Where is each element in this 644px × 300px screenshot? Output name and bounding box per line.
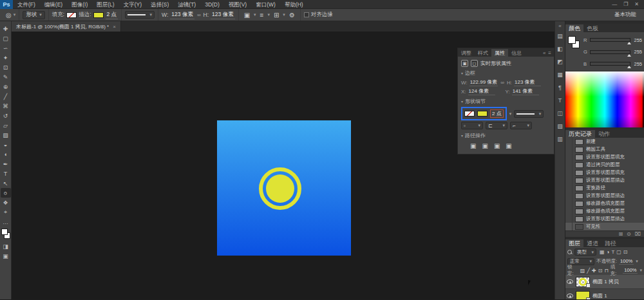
layer-filter-icon[interactable]: ◑ bbox=[607, 249, 610, 255]
shape-y-field[interactable]: 141 像素 bbox=[512, 88, 539, 95]
panel-tab[interactable]: 图层 bbox=[565, 239, 583, 247]
collapsed-panel-icon[interactable]: ▦ bbox=[556, 70, 565, 79]
tool-button[interactable]: ◨ bbox=[1, 241, 11, 251]
history-state-row[interactable]: 设置形状图层填充 bbox=[565, 153, 644, 161]
chevron-down-icon[interactable]: ▾ bbox=[461, 99, 463, 104]
stroke-swatch[interactable] bbox=[93, 12, 104, 18]
layer-filter-icon[interactable]: T bbox=[611, 249, 614, 255]
collapsed-panel-icon[interactable]: ▤ bbox=[556, 32, 565, 41]
history-source-column[interactable] bbox=[567, 192, 573, 200]
layer-fill-field[interactable]: 100% bbox=[623, 267, 638, 274]
layer-filter-select[interactable]: 类型 ▾ bbox=[574, 248, 596, 256]
layer-visibility-eye-icon[interactable] bbox=[567, 294, 573, 298]
link-dimensions-icon[interactable]: ∞ bbox=[500, 80, 505, 86]
foreground-background-swatches[interactable] bbox=[1, 229, 11, 240]
panel-tab[interactable]: 属性 bbox=[491, 49, 508, 57]
path-operations-icon[interactable]: ▣ bbox=[242, 12, 252, 19]
stroke-width-field[interactable]: 2 点 bbox=[106, 11, 118, 19]
menu-item[interactable]: 图像(I) bbox=[67, 0, 92, 9]
shape-width-field[interactable]: 122.99 像素 bbox=[469, 79, 498, 86]
layer-thumbnail[interactable] bbox=[576, 291, 590, 300]
panel-tab[interactable]: 路径 bbox=[601, 239, 620, 247]
layer-filter-icon[interactable]: ▢ bbox=[616, 249, 621, 255]
slider-thumb-icon[interactable] bbox=[627, 42, 631, 44]
panel-tab[interactable]: 动作 bbox=[595, 130, 613, 138]
shape-x-field[interactable]: 124 像素 bbox=[468, 88, 495, 95]
history-state-row[interactable]: 变换路径 bbox=[565, 184, 644, 192]
history-state-row[interactable]: 椭圆工具 bbox=[565, 145, 644, 153]
menu-item[interactable]: 滤镜(T) bbox=[173, 0, 200, 9]
path-operation-icon[interactable]: ▣ bbox=[494, 142, 500, 149]
tool-button[interactable]: ○ bbox=[1, 188, 11, 198]
tool-button[interactable]: ⊡ bbox=[1, 62, 11, 72]
collapsed-panel-icon[interactable]: ¶ bbox=[556, 83, 565, 92]
layer-row[interactable]: 椭圆 1 bbox=[565, 289, 644, 299]
menu-item[interactable]: 图层(L) bbox=[92, 0, 118, 9]
tool-button[interactable]: ▱ bbox=[1, 120, 11, 130]
lock-icon[interactable]: ⊡ bbox=[598, 268, 603, 274]
channel-value[interactable]: 255 bbox=[632, 49, 642, 55]
stroke-type-select[interactable]: ▾ bbox=[125, 11, 155, 19]
history-source-column[interactable] bbox=[567, 169, 573, 176]
color-slider-track[interactable] bbox=[590, 62, 630, 66]
tool-button[interactable]: ✚ bbox=[1, 24, 11, 33]
path-operation-icon[interactable]: ▣ bbox=[470, 142, 476, 149]
tool-button[interactable]: ▨ bbox=[1, 130, 11, 140]
width-field[interactable]: 123 像素 bbox=[170, 11, 194, 19]
document-close-icon[interactable]: × bbox=[113, 24, 116, 30]
menu-item[interactable]: 文件(F) bbox=[13, 0, 40, 9]
path-alignment-icon[interactable]: ≡ bbox=[258, 12, 266, 19]
history-footer-icon[interactable]: ⌧ bbox=[635, 231, 641, 237]
collapsed-panel-icon[interactable]: ◩ bbox=[556, 57, 565, 66]
link-dimensions-icon[interactable]: ∞ bbox=[196, 12, 202, 18]
collapsed-panel-icon[interactable]: ◧ bbox=[556, 44, 565, 53]
lock-icon[interactable]: ╱ bbox=[587, 268, 590, 274]
history-state-row[interactable]: 新建 bbox=[565, 138, 644, 145]
restore-button[interactable]: ❐ bbox=[623, 1, 628, 7]
color-slider-track[interactable] bbox=[590, 50, 630, 54]
expand-panels-icon[interactable]: « bbox=[558, 23, 561, 29]
gear-icon[interactable]: ⚙ bbox=[287, 12, 297, 19]
collapsed-panel-icon[interactable]: T bbox=[556, 96, 565, 105]
tool-button[interactable]: ⌘ bbox=[1, 101, 11, 111]
height-field[interactable]: 123 像素 bbox=[211, 11, 235, 19]
history-state-row[interactable]: 设置形状图层描边 bbox=[565, 176, 644, 184]
history-footer-icon[interactable]: ⊞ bbox=[618, 231, 623, 237]
panel-tab[interactable]: 色板 bbox=[583, 24, 601, 32]
tool-button[interactable]: ✒ bbox=[1, 159, 11, 169]
menu-item[interactable]: 视图(V) bbox=[224, 0, 251, 9]
tool-button[interactable]: ◒ bbox=[1, 140, 11, 149]
history-state-row[interactable]: 设置形状图层描边 bbox=[565, 192, 644, 200]
collapse-panel-icon[interactable]: « bbox=[543, 50, 545, 56]
tool-button[interactable]: ⊕ bbox=[1, 82, 11, 91]
history-state-row[interactable]: 修改颜色填充图层 bbox=[565, 200, 644, 207]
layer-name[interactable]: 椭圆 1 bbox=[592, 292, 607, 299]
shape-height-field[interactable]: 123 像素 bbox=[514, 79, 541, 86]
lock-icon[interactable]: ⊓ bbox=[604, 268, 608, 274]
collapsed-panel-icon[interactable]: ▥ bbox=[556, 135, 565, 144]
history-state-row[interactable]: 设置形状图层描边 bbox=[565, 215, 644, 223]
tool-button[interactable]: ◖ bbox=[1, 149, 11, 159]
history-source-column[interactable] bbox=[567, 184, 573, 192]
history-state-row[interactable]: 修改颜色填充图层 bbox=[565, 207, 644, 215]
history-source-column[interactable] bbox=[567, 207, 573, 215]
tool-button[interactable]: ∽ bbox=[1, 43, 11, 53]
panel-menu-icon[interactable]: ≡ bbox=[548, 50, 551, 56]
path-operation-icon[interactable]: ▣ bbox=[482, 142, 488, 149]
menu-item[interactable]: 3D(D) bbox=[200, 0, 224, 9]
fill-swatch[interactable] bbox=[66, 12, 77, 18]
tool-button[interactable]: ╱ bbox=[1, 91, 11, 101]
collapsed-panel-icon[interactable]: ◫ bbox=[556, 109, 565, 118]
layer-filter-icon[interactable]: ▦ bbox=[600, 249, 605, 255]
layer-visibility-eye-icon[interactable] bbox=[567, 279, 573, 284]
menu-item[interactable]: 选择(S) bbox=[146, 0, 173, 9]
history-source-column[interactable] bbox=[567, 161, 573, 169]
chevron-down-icon[interactable]: ▾ bbox=[461, 71, 463, 75]
menu-item[interactable]: 窗口(W) bbox=[251, 0, 280, 9]
history-state-row[interactable]: 设置形状图层填充 bbox=[565, 169, 644, 176]
tool-button[interactable]: … bbox=[1, 217, 11, 227]
panel-tab[interactable]: 调整 bbox=[458, 49, 475, 57]
channel-value[interactable]: 255 bbox=[632, 37, 642, 43]
tool-preset-picker[interactable]: ◎ ▾ bbox=[3, 9, 19, 21]
tool-button[interactable]: ▣ bbox=[1, 251, 11, 261]
